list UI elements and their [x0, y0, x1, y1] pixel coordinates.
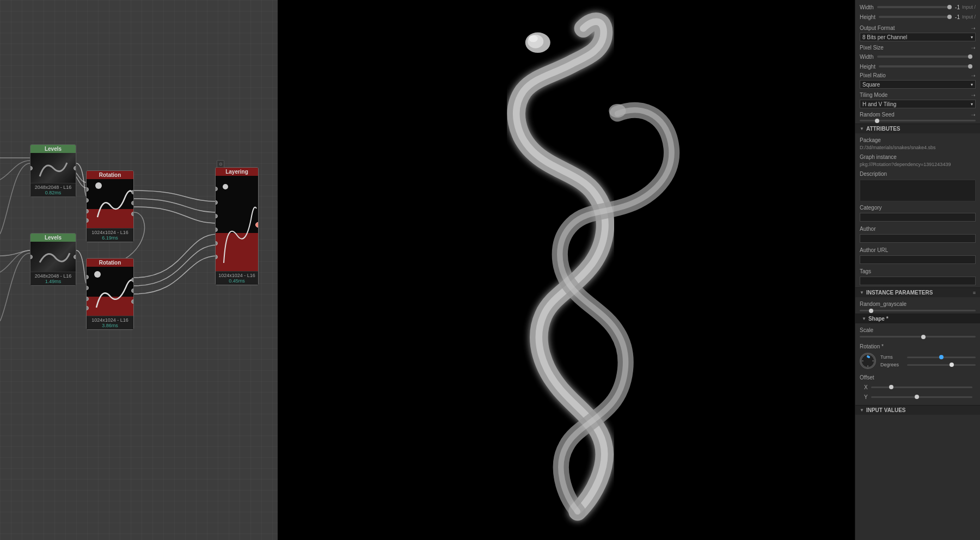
- category-row: Category: [855, 202, 980, 212]
- instance-params-arrow: ▼: [860, 290, 864, 295]
- rotation-dial-svg: [860, 353, 876, 369]
- scale-row: Scale: [855, 325, 980, 335]
- random-seed-slider[interactable]: [855, 119, 980, 124]
- graph-instance-row: Graph instance: [855, 152, 980, 162]
- port-levels1-in[interactable]: [30, 166, 33, 170]
- tiling-mode-field[interactable]: H and V Tiling ▾: [855, 99, 980, 111]
- shape-arrow: ▼: [862, 316, 866, 321]
- offset-y-row: Y: [855, 392, 980, 402]
- offset-row: Offset: [855, 372, 980, 382]
- port-rotation1-out2[interactable]: [131, 201, 133, 205]
- rotation-dial[interactable]: [860, 353, 876, 369]
- svg-point-0: [95, 182, 102, 189]
- node-rotation-2[interactable]: Rotation 1024x1024 - L16 3.86ms: [86, 258, 134, 330]
- rotation-widget-area: Turns Degrees: [855, 351, 980, 372]
- graph-instance-value: pkg:///Rotation?dependency=1391243439: [855, 162, 980, 169]
- snake-svg: [278, 0, 855, 540]
- height-row: Height -1 Input /: [855, 12, 980, 22]
- tags-row: Tags: [855, 266, 980, 276]
- snake-render: [278, 0, 855, 540]
- category-field[interactable]: [855, 212, 980, 224]
- port-rotation2-out1[interactable]: [131, 278, 133, 282]
- author-input[interactable]: [860, 234, 976, 243]
- random-grayscale-slider[interactable]: [855, 309, 980, 314]
- pixel-height-row: Height: [855, 62, 980, 71]
- node-header-levels-2: Levels: [30, 234, 76, 242]
- attributes-section-header[interactable]: ▼ ATTRIBUTES: [855, 124, 980, 133]
- random-grayscale-row: Random_grayscale: [855, 299, 980, 309]
- degrees-row: Degrees: [880, 362, 976, 367]
- turns-slider[interactable]: [907, 357, 976, 358]
- rotation-controls: Turns Degrees: [880, 354, 976, 367]
- node-header-rotation2: Rotation: [87, 259, 133, 267]
- author-field[interactable]: [855, 234, 980, 245]
- pixel-ratio-field[interactable]: Square ▾: [855, 79, 980, 91]
- port-levels1-out[interactable]: [74, 166, 76, 170]
- category-input[interactable]: [860, 213, 976, 222]
- random-seed-link-icon[interactable]: ⇢: [971, 112, 976, 118]
- port-rotation1-out1[interactable]: [131, 190, 133, 194]
- turns-row: Turns: [880, 354, 976, 360]
- offset-y-slider[interactable]: [871, 396, 972, 398]
- output-format-row: Output Format ⇢: [855, 24, 980, 32]
- offset-x-row: X: [855, 382, 980, 392]
- node-levels-2[interactable]: Levels 2048x2048 - L16 1.49ms: [30, 233, 76, 286]
- rotation-row: Rotation *: [855, 341, 980, 351]
- node-footer-levels1: 2048x2048 - L16 0.82ms: [30, 183, 76, 197]
- node-footer-layering: 1024x1024 - L16 0.45ms: [216, 271, 258, 285]
- package-row: Package: [855, 135, 980, 145]
- port-levels2-out[interactable]: [74, 255, 76, 259]
- node-preview-rotation1: [87, 179, 133, 228]
- pixel-size-header: Pixel Size ⇢: [855, 44, 980, 52]
- pixel-ratio-link-icon[interactable]: ⇢: [971, 73, 976, 78]
- node-footer-rotation2: 1024x1024 - L16 3.86ms: [87, 316, 133, 329]
- pixel-width-row: Width: [855, 52, 980, 62]
- node-header-layering: Layering: [216, 168, 258, 176]
- author-url-row: Author URL: [855, 245, 980, 255]
- description-row: Description: [855, 169, 980, 179]
- svg-point-1: [94, 271, 101, 278]
- description-field[interactable]: [860, 180, 976, 201]
- node-graph[interactable]: Levels 2048x2048 - L16 0.82ms Levels 2: [0, 0, 278, 540]
- port-rotation2-out3[interactable]: [131, 299, 133, 304]
- node-header-levels-1: Levels: [30, 145, 76, 153]
- node-layering[interactable]: ⊙ Layering 1024x1024 - L16 0.45ms: [215, 167, 259, 285]
- instance-params-icon: ≡: [973, 290, 976, 296]
- port-layering-out[interactable]: [255, 222, 258, 228]
- width-row: Width -1 Input /: [855, 2, 980, 12]
- node-header-rotation1: Rotation: [87, 171, 133, 179]
- node-camera-icon: ⊙: [217, 160, 224, 168]
- author-url-field[interactable]: [855, 255, 980, 266]
- tags-field[interactable]: [855, 276, 980, 287]
- author-row: Author: [855, 224, 980, 234]
- node-levels-1[interactable]: Levels 2048x2048 - L16 0.82ms: [30, 144, 76, 197]
- node-preview-levels2: [34, 243, 72, 271]
- viewport[interactable]: [278, 0, 855, 540]
- input-values-arrow: ▼: [860, 408, 864, 413]
- svg-point-2: [223, 184, 228, 189]
- tags-input[interactable]: [860, 277, 976, 285]
- node-preview-rotation2: [87, 267, 133, 316]
- node-rotation-1[interactable]: Rotation 1024x1024 - L16 6.19ms: [86, 170, 134, 242]
- attributes-arrow: ▼: [860, 126, 864, 131]
- instance-params-section-header[interactable]: ▼ INSTANCE PARAMETERS ≡: [855, 287, 980, 297]
- degrees-slider[interactable]: [907, 364, 976, 366]
- pixel-size-link-icon[interactable]: ⇢: [971, 45, 976, 51]
- port-rotation1-out3[interactable]: [131, 212, 133, 216]
- node-footer-rotation1: 1024x1024 - L16 6.19ms: [87, 228, 133, 242]
- right-panel: Width -1 Input / Height -1 Input / Outpu…: [855, 0, 980, 540]
- offset-x-slider[interactable]: [871, 386, 972, 388]
- output-format-link-icon[interactable]: ⇢: [971, 26, 976, 31]
- author-url-input[interactable]: [860, 255, 976, 264]
- svg-point-12: [867, 355, 869, 358]
- node-footer-levels2: 2048x2048 - L16 1.49ms: [30, 272, 76, 285]
- tiling-mode-link-icon[interactable]: ⇢: [971, 93, 976, 98]
- output-format-field[interactable]: 8 Bits per Channel ▾: [855, 32, 980, 44]
- input-values-section-header[interactable]: ▼ INPUT VALUES: [855, 405, 980, 415]
- port-rotation2-out2[interactable]: [131, 289, 133, 293]
- svg-point-6: [609, 104, 626, 118]
- shape-subsection-header[interactable]: ▼ Shape *: [855, 314, 980, 323]
- port-levels2-in[interactable]: [30, 255, 33, 259]
- package-value: D:/3d/materials/snakes/snake4.sbs: [855, 145, 980, 152]
- scale-slider[interactable]: [855, 335, 980, 340]
